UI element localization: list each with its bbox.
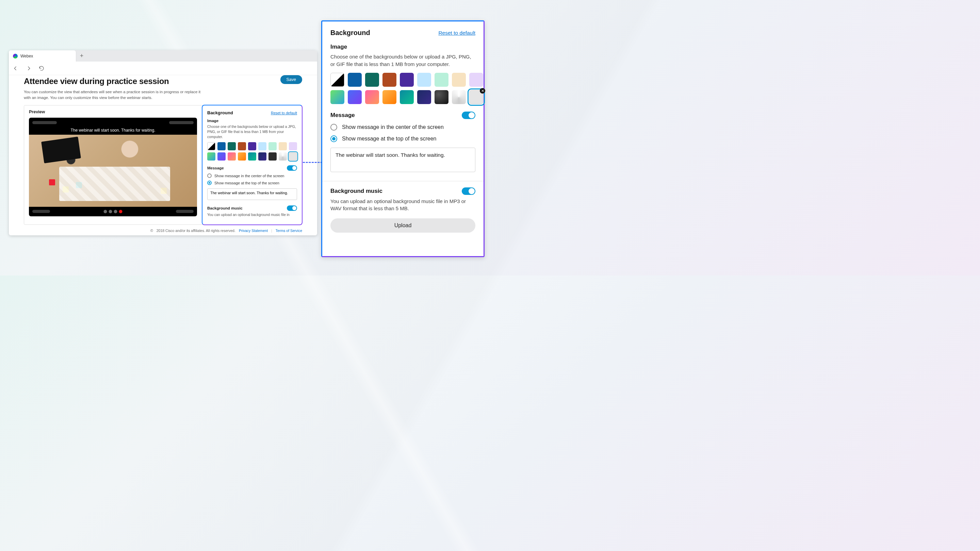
message-input[interactable]	[207, 189, 297, 200]
swatch-lilac[interactable]	[289, 142, 297, 150]
swatch-grad-green[interactable]	[331, 90, 344, 104]
zoom-radio-top-label: Show message at the top of the screen	[342, 136, 437, 142]
zoom-reset-link[interactable]: Reset to default	[438, 30, 476, 36]
preview-ui-bar	[32, 121, 57, 124]
new-tab-button[interactable]: +	[76, 50, 87, 62]
preview-message: The webinar will start soon. Thanks for …	[29, 128, 197, 133]
back-button[interactable]	[12, 65, 19, 72]
swatch-teal[interactable]	[228, 142, 236, 150]
swatch-default[interactable]	[331, 73, 344, 87]
swatch-navy[interactable]	[417, 90, 431, 104]
swatch-sand[interactable]	[279, 142, 287, 150]
swatch-grey-selected[interactable]	[289, 152, 297, 160]
zoom-radio-center[interactable]: Show message in the center of the screen	[331, 124, 476, 130]
upload-button[interactable]: Upload	[331, 218, 476, 233]
webex-logo-icon	[13, 54, 18, 59]
radio-top-label: Show message at the top of the screen	[215, 181, 279, 185]
swatch-grad-blue[interactable]	[218, 152, 226, 160]
zoom-radio-center-label: Show message in the center of the screen	[342, 124, 444, 130]
image-section-desc: Choose one of the backgrounds below or u…	[207, 124, 297, 139]
settings-panel-small: Background Reset to default Image Choose…	[202, 105, 302, 225]
sticky-note-icon	[161, 188, 167, 194]
swatch-conic[interactable]	[452, 90, 466, 104]
swatch-sand[interactable]	[452, 73, 466, 87]
forward-button[interactable]	[25, 65, 32, 72]
swatch-teal[interactable]	[365, 73, 379, 87]
swatch-lilac[interactable]	[469, 73, 483, 87]
radio-top[interactable]: Show message at the top of the screen	[207, 181, 297, 185]
swatch-blue[interactable]	[218, 142, 226, 150]
page-subtitle: You can customize the view that attendee…	[24, 89, 201, 100]
swatch-blue[interactable]	[348, 73, 362, 87]
message-section-label: Message	[207, 166, 224, 170]
swatch-conic[interactable]	[279, 152, 287, 160]
swatch-grad-orange[interactable]	[382, 90, 396, 104]
remove-swatch-icon[interactable]: ✕	[480, 88, 485, 94]
callout-connector	[303, 162, 323, 163]
page-content: Save Attendee view during practice sessi…	[9, 75, 317, 235]
swatch-grad-orange[interactable]	[238, 152, 246, 160]
music-section-label: Background music	[207, 206, 243, 210]
swatch-lightblue[interactable]	[258, 142, 266, 150]
copyright-icon: ©	[150, 229, 153, 233]
page-title: Attendee view during practice session	[24, 76, 302, 86]
divider: |	[271, 229, 272, 233]
swatch-grad-pink[interactable]	[365, 90, 379, 104]
sticky-note-icon	[63, 186, 69, 192]
swatch-mint[interactable]	[434, 73, 449, 87]
zoom-heading: Background	[331, 29, 370, 37]
zoom-swatches: ✕	[331, 73, 487, 104]
swatch-grey-selected[interactable]: ✕	[469, 90, 483, 104]
pagination-dots[interactable]	[104, 210, 123, 213]
zoom-message-toggle[interactable]	[462, 111, 476, 119]
zoom-image-label: Image	[331, 43, 476, 50]
swatch-dark[interactable]	[434, 90, 449, 104]
copyright-text: 2018 Cisco and/or its affiliates. All ri…	[156, 229, 235, 233]
settings-panel-zoom: Background Reset to default Image Choose…	[321, 21, 485, 257]
music-section-desc: You can upload an optional background mu…	[207, 212, 297, 218]
preview-pane: Preview The webinar will start soon. Tha…	[24, 105, 202, 224]
browser-window: Webex + Save Attendee view during practi…	[9, 50, 317, 235]
refresh-button[interactable]	[38, 65, 45, 72]
sticky-note-icon	[76, 182, 82, 188]
radio-center[interactable]: Show message in the center of the screen	[207, 173, 297, 178]
swatch-grad-blue[interactable]	[348, 90, 362, 104]
swatch-rust[interactable]	[238, 142, 246, 150]
swatch-default[interactable]	[207, 142, 215, 150]
preview-ui-bar	[32, 210, 50, 213]
divider	[322, 181, 484, 181]
zoom-message-label: Message	[331, 112, 355, 119]
zoom-music-label: Background music	[331, 188, 382, 195]
zoom-radio-top[interactable]: Show message at the top of the screen	[331, 135, 476, 142]
swatch-rust[interactable]	[382, 73, 396, 87]
zoom-message-input[interactable]	[331, 148, 476, 172]
swatch-grad-green[interactable]	[207, 152, 215, 160]
swatch-purple[interactable]	[248, 142, 256, 150]
reset-to-default-link[interactable]: Reset to default	[271, 111, 297, 115]
sticky-note-icon	[49, 179, 55, 185]
preview-image	[29, 135, 197, 207]
preview-heading: Preview	[29, 110, 197, 114]
settings-heading: Background	[207, 110, 233, 115]
tab-title: Webex	[21, 54, 33, 59]
privacy-link[interactable]: Privacy Statement	[239, 229, 268, 233]
message-toggle[interactable]	[287, 165, 297, 171]
swatch-lightblue[interactable]	[417, 73, 431, 87]
save-button[interactable]: Save	[280, 75, 302, 84]
terms-link[interactable]: Terms of Service	[275, 229, 302, 233]
swatch-cyan[interactable]	[400, 90, 414, 104]
zoom-music-toggle[interactable]	[462, 187, 476, 195]
zoom-music-desc: You can upload an optional background mu…	[331, 198, 476, 213]
swatch-cyan[interactable]	[248, 152, 256, 160]
background-swatches	[207, 142, 297, 160]
swatch-mint[interactable]	[269, 142, 277, 150]
swatch-dark[interactable]	[269, 152, 277, 160]
preview-card: Preview The webinar will start soon. Tha…	[24, 105, 302, 225]
radio-center-label: Show message in the center of the screen	[215, 174, 284, 178]
swatch-purple[interactable]	[400, 73, 414, 87]
swatch-grad-pink[interactable]	[228, 152, 236, 160]
browser-tab-webex[interactable]: Webex	[9, 50, 76, 62]
preview-ui-bar	[169, 121, 194, 124]
swatch-navy[interactable]	[258, 152, 266, 160]
music-toggle[interactable]	[287, 205, 297, 211]
